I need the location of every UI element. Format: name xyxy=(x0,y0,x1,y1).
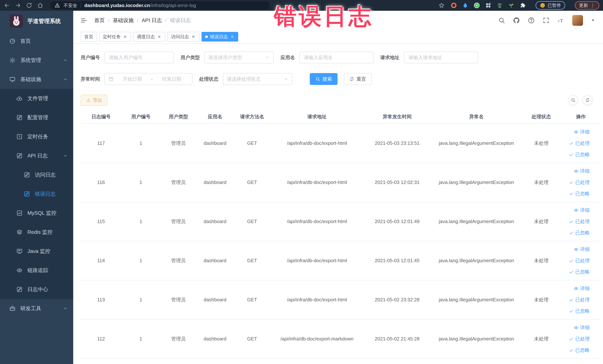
action-processed[interactable]: 已处理 xyxy=(569,336,590,342)
breadcrumb-item[interactable]: 基础设施 xyxy=(113,17,134,24)
breadcrumb-item[interactable]: 首页 xyxy=(94,17,105,24)
tab-item[interactable]: 访问日志 xyxy=(167,32,199,42)
sidebar-item[interactable]: 系统管理 xyxy=(0,51,73,70)
font-size-icon[interactable]: TT xyxy=(557,17,564,24)
table-row: 1121管理员dashboardGET/api/infra/db-doc/exp… xyxy=(81,319,601,359)
help-icon[interactable] xyxy=(528,17,535,24)
app-logo xyxy=(10,14,23,28)
sidebar-item[interactable]: Redis 监控 xyxy=(0,223,73,242)
action-detail[interactable]: 详细 xyxy=(574,285,590,292)
monitor-icon xyxy=(9,76,16,82)
sidebar-item[interactable]: 基础设施 xyxy=(0,70,73,89)
action-label: 已忽略 xyxy=(575,269,590,275)
logo-row[interactable]: 芋道管理系统 xyxy=(0,11,73,32)
breadcrumb-item[interactable]: API 日志 xyxy=(142,17,162,24)
cell-method: GET xyxy=(233,297,271,303)
sprout-extension-icon[interactable] xyxy=(508,2,514,9)
orange-ring-extension-icon[interactable] xyxy=(451,2,457,9)
grid-ext-extension-icon[interactable] xyxy=(485,2,491,9)
tab-item[interactable]: 首页 xyxy=(81,32,97,42)
toggle-search-button[interactable] xyxy=(568,95,578,105)
process-status-select[interactable]: 请选择处理状态 xyxy=(223,73,292,85)
briefcase-icon xyxy=(9,305,16,312)
search-icon xyxy=(315,77,320,82)
breadcrumb: 首页/基础设施/API 日志/错误日志 xyxy=(94,17,191,24)
address-bar[interactable]: 不安全 dashboard.yudao.iocoder.cn/infra/log… xyxy=(50,1,270,10)
sidebar-collapse-icon[interactable] xyxy=(80,17,88,24)
cell-user-type: 管理员 xyxy=(160,296,197,303)
sidebar-item-label: 基础设施 xyxy=(20,76,41,83)
action-ignored[interactable]: 已忽略 xyxy=(569,190,590,197)
cell-log-id: 113 xyxy=(81,297,121,303)
action-ignored[interactable]: 已忽略 xyxy=(569,151,590,158)
sidebar-item[interactable]: API 日志 xyxy=(0,146,73,165)
green-v-extension-icon[interactable] xyxy=(474,2,480,9)
refresh-table-button[interactable] xyxy=(583,95,593,105)
app-title: 芋道管理系统 xyxy=(27,17,61,25)
export-button[interactable]: 导出 xyxy=(81,94,107,106)
action-ignored[interactable]: 已忽略 xyxy=(569,230,590,236)
kebab-menu-icon[interactable] xyxy=(590,3,595,8)
action-ignored[interactable]: 已忽略 xyxy=(569,308,590,314)
sidebar-item[interactable]: 定时任务 xyxy=(0,127,73,146)
search-button[interactable]: 搜索 xyxy=(310,73,337,85)
avatar[interactable] xyxy=(572,15,583,26)
sidebar: 芋道管理系统 首页系统管理基础设施 文件管理配置管理定时任务API 日志访问日志… xyxy=(0,11,73,364)
blue-drop-extension-icon[interactable] xyxy=(462,2,468,9)
on-badge-extension-icon[interactable]: on xyxy=(497,2,503,9)
reload-icon[interactable] xyxy=(26,2,32,9)
sidebar-item[interactable]: 文件管理 xyxy=(0,89,73,108)
action-detail[interactable]: 详细 xyxy=(574,207,590,213)
browser-chrome: 不安全 dashboard.yudao.iocoder.cn/infra/log… xyxy=(0,0,603,11)
action-detail[interactable]: 详细 xyxy=(574,129,590,135)
action-processed[interactable]: 已处理 xyxy=(569,140,590,146)
error-time-range-input[interactable]: 开始日期 - 结束日期 xyxy=(104,73,192,85)
table-body: 1171管理员dashboardGET/api/infra/db-doc/exp… xyxy=(81,124,601,359)
action-label: 详细 xyxy=(580,207,590,213)
sidebar-item[interactable]: 错误日志 xyxy=(0,184,73,203)
close-icon[interactable] xyxy=(157,35,162,39)
action-processed[interactable]: 已处理 xyxy=(569,218,590,225)
action-ignored[interactable]: 已忽略 xyxy=(569,347,590,353)
puzzle-extension-icon[interactable] xyxy=(520,2,526,9)
action-ignored[interactable]: 已忽略 xyxy=(569,269,590,275)
back-icon[interactable] xyxy=(4,2,10,9)
forward-icon[interactable] xyxy=(15,2,21,9)
paused-extension-button[interactable]: 已暂停 xyxy=(535,1,565,10)
request-url-input[interactable] xyxy=(404,52,478,63)
action-processed[interactable]: 已处理 xyxy=(569,257,590,264)
action-detail[interactable]: 详细 xyxy=(574,168,590,174)
sidebar-item[interactable]: 日志中心 xyxy=(0,280,73,299)
sidebar-item[interactable]: 首页 xyxy=(0,32,73,51)
action-label: 已忽略 xyxy=(575,308,590,314)
sidebar-item[interactable]: 访问日志 xyxy=(0,165,73,184)
github-icon[interactable] xyxy=(513,17,520,24)
bookmark-star-icon[interactable] xyxy=(438,2,445,9)
app-name-input[interactable] xyxy=(299,52,373,63)
action-processed[interactable]: 已处理 xyxy=(569,296,590,303)
close-icon[interactable] xyxy=(123,35,127,39)
tab-item[interactable]: 错误日志 xyxy=(201,32,238,42)
home-icon[interactable] xyxy=(37,2,43,9)
sidebar-item[interactable]: 配置管理 xyxy=(0,108,73,127)
user-type-select[interactable]: 请选择用户类型 xyxy=(204,52,274,63)
sidebar-item[interactable]: 研发工具 xyxy=(0,299,73,318)
close-icon[interactable] xyxy=(191,35,196,39)
sidebar-item[interactable]: 链路追踪 xyxy=(0,261,73,280)
header-search-icon[interactable] xyxy=(498,17,505,24)
user-id-input[interactable] xyxy=(104,52,174,63)
sidebar-item[interactable]: Java 监控 xyxy=(0,242,73,261)
sidebar-item-label: 访问日志 xyxy=(35,171,56,178)
sidebar-item[interactable]: MySQL 监控 xyxy=(0,203,73,223)
fullscreen-icon[interactable] xyxy=(543,17,550,24)
avatar-caret-down-icon[interactable] xyxy=(591,18,595,23)
action-detail[interactable]: 详细 xyxy=(574,246,590,253)
reset-button[interactable]: 重置 xyxy=(344,73,372,85)
action-processed[interactable]: 已处理 xyxy=(569,179,590,186)
update-button[interactable]: 更新 xyxy=(575,1,599,10)
tab-item[interactable]: 定时任务 xyxy=(99,32,131,42)
close-icon[interactable] xyxy=(230,35,234,39)
action-detail[interactable]: 详细 xyxy=(574,324,590,331)
action-label: 已忽略 xyxy=(575,230,590,236)
tab-item[interactable]: 调度日志 xyxy=(133,32,165,42)
